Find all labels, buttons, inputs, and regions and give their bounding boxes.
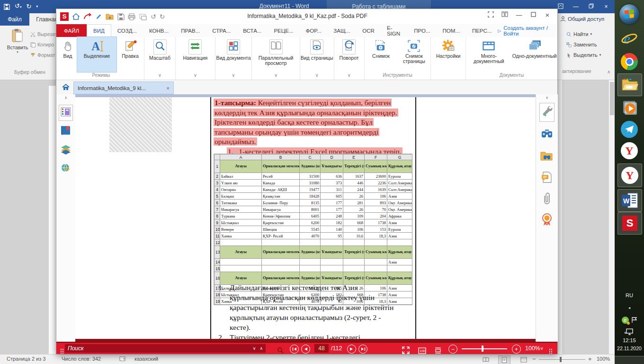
rotate-group-dropdown-icon[interactable]: ∨ bbox=[334, 72, 364, 80]
zoom-button[interactable]: Масштаб bbox=[144, 37, 175, 72]
fullscreen-icon[interactable] bbox=[483, 11, 498, 19]
cell-D1[interactable]: Ұзындығы (км) bbox=[321, 160, 343, 173]
soda-tab-6[interactable]: ВСТА... bbox=[237, 24, 268, 37]
copy-button[interactable]: Копиро bbox=[30, 42, 54, 47]
navigation-group-dropdown-icon[interactable]: ∨ bbox=[176, 72, 215, 80]
format-painter-button[interactable]: Формат bbox=[30, 52, 55, 58]
cell-B6[interactable]: Боливия- Перу bbox=[262, 200, 300, 206]
open-folder-icon[interactable] bbox=[106, 13, 114, 20]
column-header-C[interactable]: C bbox=[300, 155, 321, 160]
taskbar-item-telegram[interactable] bbox=[615, 120, 644, 139]
advanced-search-panel-icon[interactable] bbox=[540, 150, 554, 164]
cell-B3[interactable]: Канада bbox=[262, 180, 300, 186]
cell-B15[interactable] bbox=[262, 265, 300, 272]
cell-C11[interactable]: 4070 bbox=[300, 233, 321, 239]
search-next-icon[interactable]: ∧ bbox=[259, 346, 263, 351]
settings-button[interactable]: Настройки bbox=[431, 37, 465, 72]
cell-G9[interactable]: Азия bbox=[387, 219, 412, 226]
proofing-icon[interactable] bbox=[119, 356, 125, 363]
cell-A8[interactable]: Туркана bbox=[220, 213, 262, 219]
attachments-panel-icon[interactable] bbox=[541, 192, 553, 207]
page-view-group-dropdown-icon[interactable]: ∨ bbox=[300, 72, 334, 80]
cell-G15[interactable] bbox=[387, 265, 412, 272]
cell-E2[interactable]: 1637 bbox=[343, 173, 365, 180]
soda-tab-12[interactable]: ПРО... bbox=[408, 24, 436, 37]
cell-D6[interactable]: 177 bbox=[321, 200, 343, 206]
pdf-page-view[interactable]: 1-тапсырма: Кеңейтілген сүзгілеуді қолда… bbox=[75, 94, 536, 342]
cell-F6[interactable]: 893 bbox=[365, 200, 387, 206]
cell-F5[interactable]: 106 bbox=[365, 193, 387, 200]
word-zoom-slider[interactable] bbox=[539, 359, 585, 360]
redo-icon[interactable]: ↻ bbox=[26, 2, 31, 11]
snapshot-button[interactable]: Снимок bbox=[365, 37, 398, 72]
toolbar-drag-handle[interactable] bbox=[60, 348, 64, 354]
cell-E13[interactable]: Тереңдігі (м) bbox=[343, 246, 365, 259]
close-icon[interactable]: × bbox=[540, 11, 555, 19]
cell-C15[interactable] bbox=[300, 265, 321, 272]
row-number-7[interactable]: 7 bbox=[215, 206, 220, 213]
expand-left-panel-icon[interactable]: › bbox=[64, 94, 67, 101]
cell-B12[interactable] bbox=[262, 239, 300, 246]
first-page-icon[interactable] bbox=[290, 345, 299, 354]
cell-A2[interactable]: Байкал bbox=[220, 173, 262, 180]
expand-right-panel-icon[interactable]: ‹ bbox=[546, 94, 548, 101]
parallel-view-button[interactable]: Параллельный просмотр bbox=[252, 37, 299, 72]
find-button[interactable]: Найти▾ bbox=[566, 31, 592, 37]
navigation-button[interactable]: Навигация bbox=[176, 37, 215, 72]
cell-F2[interactable]: 23600 bbox=[365, 173, 387, 180]
cell-A1[interactable]: Атауы bbox=[220, 160, 262, 173]
clock-date[interactable]: 22.11.2020 bbox=[615, 346, 644, 351]
save-icon[interactable] bbox=[117, 13, 125, 20]
cell-D11[interactable]: 95 bbox=[321, 233, 343, 239]
select-all-corner[interactable] bbox=[215, 155, 220, 160]
cell-G10[interactable]: Еуропа bbox=[387, 226, 412, 233]
cell-E9[interactable]: 668 bbox=[343, 219, 365, 226]
clock-time[interactable]: 12:15 bbox=[615, 337, 644, 343]
actual-size-icon[interactable]: 100 bbox=[418, 345, 426, 356]
bookmarks-panel-icon[interactable] bbox=[60, 125, 72, 138]
cell-F10[interactable]: 153 bbox=[365, 226, 387, 233]
cell-C4[interactable]: 19477 bbox=[300, 186, 321, 193]
cell-E12[interactable] bbox=[343, 239, 365, 246]
parallel-view-group-dropdown-icon[interactable]: ∨ bbox=[252, 72, 299, 80]
cell-G1[interactable]: Құрлық атауы bbox=[387, 160, 412, 173]
column-header-D[interactable]: D bbox=[321, 155, 343, 160]
cell-C7[interactable]: 8001 bbox=[300, 206, 321, 213]
column-header-F[interactable]: F bbox=[365, 155, 387, 160]
zoom-in-icon[interactable]: + bbox=[588, 355, 592, 363]
undo-icon[interactable]: ↺ bbox=[151, 13, 156, 20]
cell-F11[interactable]: 18,3 bbox=[365, 233, 387, 239]
cell-D14[interactable] bbox=[321, 259, 343, 265]
word-zoom-slider-thumb[interactable] bbox=[560, 357, 562, 362]
soda-tab-0[interactable]: ФАЙЛ bbox=[56, 24, 87, 37]
zoom-out-icon[interactable]: − bbox=[532, 355, 536, 363]
cell-E15[interactable] bbox=[343, 265, 365, 272]
page-view-button[interactable]: Вид страницы bbox=[300, 37, 334, 72]
soda-tab-14[interactable]: ПЕРС... bbox=[466, 24, 498, 37]
redo-icon[interactable]: ↻ bbox=[160, 13, 165, 20]
taskbar-item-media-player[interactable] bbox=[615, 99, 644, 118]
language-indicator[interactable]: RU bbox=[615, 292, 644, 298]
cell-D15[interactable] bbox=[321, 265, 343, 272]
read-mode-icon[interactable] bbox=[480, 355, 492, 364]
soda-tab-8[interactable]: ФОР... bbox=[300, 24, 328, 37]
customize-qat-icon[interactable]: ▾ bbox=[36, 2, 38, 11]
word-status-words[interactable]: Число слов: 342 bbox=[62, 356, 101, 362]
thumbnails-panel-icon[interactable] bbox=[59, 105, 73, 121]
home-tab-icon[interactable] bbox=[62, 83, 70, 91]
cell-D8[interactable]: 248 bbox=[321, 213, 343, 219]
cut-button[interactable]: Вырезать bbox=[30, 31, 60, 37]
next-page-icon[interactable] bbox=[347, 345, 356, 354]
cell-C8[interactable]: 6405 bbox=[300, 213, 321, 219]
cell-A10[interactable]: Венерн bbox=[220, 226, 262, 233]
cell-B14[interactable] bbox=[262, 259, 300, 265]
cell-E11[interactable]: 10,6 bbox=[343, 233, 365, 239]
cell-G11[interactable]: Азия bbox=[387, 233, 412, 239]
split-view-icon[interactable] bbox=[498, 11, 512, 18]
taskbar-item-yandex[interactable]: Y bbox=[615, 141, 644, 160]
soda-tab-10[interactable]: OCR bbox=[356, 24, 381, 37]
cell-A12[interactable] bbox=[220, 239, 262, 246]
cell-B7[interactable]: Никарагуа bbox=[262, 206, 300, 213]
undo-icon[interactable]: ↺▾ bbox=[15, 1, 21, 12]
print-layout-icon[interactable] bbox=[498, 355, 510, 364]
